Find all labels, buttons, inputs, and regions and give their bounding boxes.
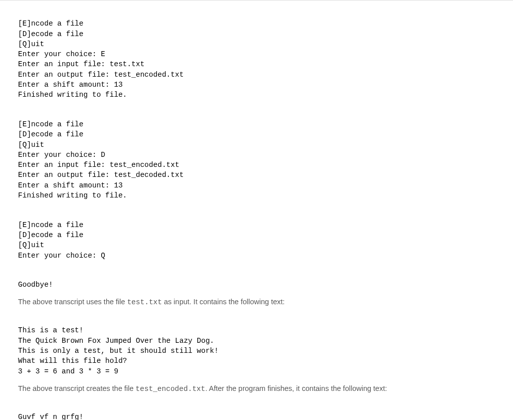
- prompt-input-file: Enter an input file: test_encoded.txt: [18, 161, 179, 169]
- prompt-output-file: Enter an output file: test_encoded.txt: [18, 71, 184, 79]
- prose-text: The above transcript uses the file: [18, 298, 127, 306]
- status-finished: Finished writing to file.: [18, 91, 127, 99]
- file-line: This is only a test, but it should still…: [18, 347, 218, 355]
- prose-text: as input. It contains the following text…: [162, 298, 285, 306]
- prompt-choice: Enter your choice: E: [18, 50, 105, 58]
- file-line: What will this file hold?: [18, 357, 127, 365]
- file-line: Guvf vf n grfg!: [18, 413, 84, 420]
- test-file-content: This is a test! The Quick Brown Fox Jump…: [0, 315, 513, 376]
- encoded-file-content: Guvf vf n grfg! Gur Dhvpx Oebja Sbk Whzc…: [0, 402, 513, 420]
- prose-text: . After the program finishes, it contain…: [205, 384, 387, 392]
- file-line: 3 + 3 = 6 and 3 * 3 = 9: [18, 367, 118, 375]
- menu-quit: [Q]uit: [18, 40, 44, 48]
- menu-decode: [D]ecode a file: [18, 130, 84, 138]
- explanation-2: The above transcript creates the file te…: [0, 383, 513, 395]
- file-line: The Quick Brown Fox Jumped Over the Lazy…: [18, 337, 214, 345]
- transcript-session-3: [E]ncode a file [D]ecode a file [Q]uit E…: [0, 209, 513, 260]
- explanation-1: The above transcript uses the file test.…: [0, 297, 513, 308]
- goodbye-text: Goodbye!: [18, 281, 53, 289]
- prompt-choice: Enter your choice: Q: [18, 252, 105, 260]
- file-line: This is a test!: [18, 326, 84, 334]
- prompt-input-file: Enter an input file: test.txt: [18, 60, 144, 68]
- goodbye-line: Goodbye!: [0, 270, 513, 290]
- filename-code: test_encoded.txt: [136, 385, 205, 393]
- menu-quit: [Q]uit: [18, 141, 44, 149]
- transcript-session-1: [E]ncode a file [D]ecode a file [Q]uit E…: [0, 9, 513, 100]
- menu-decode: [D]ecode a file: [18, 30, 84, 38]
- prose-text: The above transcript creates the file: [18, 384, 136, 392]
- prompt-shift: Enter a shift amount: 13: [18, 81, 123, 89]
- prompt-shift: Enter a shift amount: 13: [18, 181, 123, 189]
- menu-decode: [D]ecode a file: [18, 231, 84, 239]
- status-finished: Finished writing to file.: [18, 191, 127, 199]
- menu-encode: [E]ncode a file: [18, 20, 84, 28]
- menu-encode: [E]ncode a file: [18, 120, 84, 128]
- document-content: [E]ncode a file [D]ecode a file [Q]uit E…: [0, 0, 513, 420]
- filename-code: test.txt: [127, 298, 162, 306]
- prompt-output-file: Enter an output file: test_decoded.txt: [18, 171, 184, 179]
- menu-quit: [Q]uit: [18, 241, 44, 249]
- menu-encode: [E]ncode a file: [18, 221, 84, 229]
- transcript-session-2: [E]ncode a file [D]ecode a file [Q]uit E…: [0, 109, 513, 201]
- prompt-choice: Enter your choice: D: [18, 151, 105, 159]
